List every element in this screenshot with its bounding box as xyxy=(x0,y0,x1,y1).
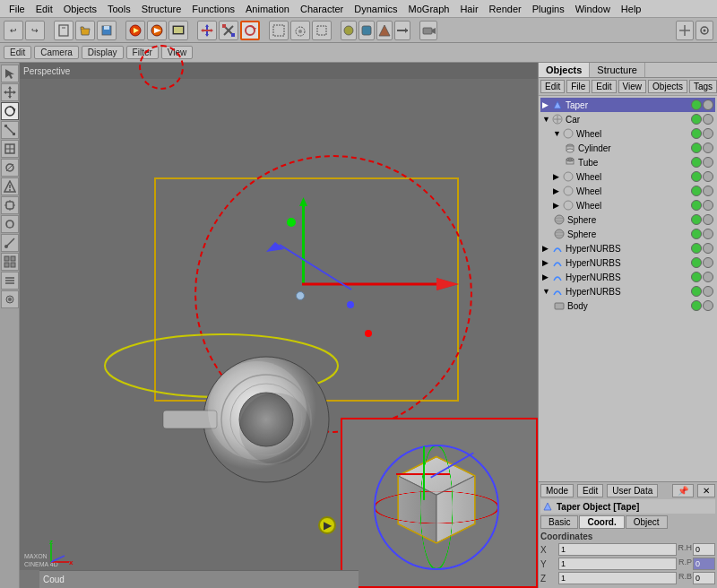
new-button[interactable] xyxy=(54,21,73,40)
menu-dynamics[interactable]: Dynamics xyxy=(349,4,402,14)
attr-input-x[interactable] xyxy=(558,543,677,556)
left-tool-rotate[interactable] xyxy=(1,102,19,120)
left-tool-10[interactable] xyxy=(1,234,19,252)
tree-item-hn2[interactable]: ▶ HyperNURBS xyxy=(540,255,715,270)
obj-view-btn[interactable]: File xyxy=(566,80,590,93)
box-select-button[interactable] xyxy=(312,21,332,40)
tree-render-w4[interactable] xyxy=(703,200,713,211)
obj-file-btn[interactable]: Edit xyxy=(540,80,565,93)
tree-render-body[interactable] xyxy=(703,300,713,311)
scale-tool-button[interactable] xyxy=(219,21,238,40)
menu-help[interactable]: Help xyxy=(616,4,647,14)
select-all-button[interactable] xyxy=(269,21,289,40)
tree-render-cyl[interactable] xyxy=(703,143,713,153)
attr-userdata-btn[interactable]: User Data xyxy=(607,484,658,497)
object-tree[interactable]: ▶ Taper ▼ Car xyxy=(539,96,717,481)
tool-btn-2[interactable] xyxy=(358,21,375,40)
tool-btn-4[interactable] xyxy=(394,21,410,40)
tree-render-s1[interactable] xyxy=(703,214,713,225)
menu-window[interactable]: Window xyxy=(570,4,616,14)
tree-vis-car[interactable] xyxy=(691,114,702,125)
attr-input-rp[interactable] xyxy=(693,558,715,570)
attr-close-btn[interactable]: ✕ xyxy=(697,484,715,497)
menu-render[interactable]: Render xyxy=(484,4,527,14)
tree-vis-hn2[interactable] xyxy=(691,257,702,268)
tree-vis-tube[interactable] xyxy=(691,157,702,168)
tree-render-tube[interactable] xyxy=(703,157,713,168)
attr-pin-btn[interactable]: 📌 xyxy=(672,484,694,497)
menu-objects[interactable]: Objects xyxy=(58,4,102,14)
undo-button[interactable]: ↩ xyxy=(4,21,23,40)
attr-tab-coord[interactable]: Coord. xyxy=(579,515,624,529)
vp-camera-button[interactable]: Camera xyxy=(34,46,79,59)
attr-tab-object[interactable]: Object xyxy=(626,515,668,529)
attr-input-y[interactable] xyxy=(558,558,677,570)
tree-item-sphere2[interactable]: Sphere xyxy=(540,227,715,241)
attr-input-rh[interactable] xyxy=(693,543,715,556)
tab-structure[interactable]: Structure xyxy=(590,63,645,77)
tree-vis-hn3[interactable] xyxy=(691,272,702,282)
rotate-tool-button[interactable] xyxy=(240,21,260,40)
tree-item-taper[interactable]: ▶ Taper xyxy=(540,98,715,112)
vp-display-button[interactable]: Display xyxy=(82,46,124,59)
menu-edit[interactable]: Edit xyxy=(30,4,58,14)
tree-item-hn1[interactable]: ▶ HyperNURBS xyxy=(540,241,715,255)
vp-filter-button[interactable]: Filter xyxy=(126,46,159,59)
tree-render-w1[interactable] xyxy=(703,128,713,139)
left-tool-13[interactable] xyxy=(1,290,19,308)
render-button[interactable] xyxy=(147,21,167,40)
attr-input-rb[interactable] xyxy=(693,572,715,584)
attr-edit-btn[interactable]: Edit xyxy=(577,484,603,497)
tree-item-wheel3[interactable]: ▶ Wheel xyxy=(540,184,715,198)
left-tool-12[interactable] xyxy=(1,272,19,290)
tree-render-w2[interactable] xyxy=(703,171,713,182)
menu-functions[interactable]: Functions xyxy=(186,4,240,14)
menu-mograph[interactable]: MoGraph xyxy=(403,4,455,14)
left-tool-6[interactable] xyxy=(1,159,19,177)
vp-edit-button[interactable]: Edit xyxy=(4,46,31,59)
tree-render-w3[interactable] xyxy=(703,186,713,196)
obj-objects-btn[interactable]: Objects xyxy=(648,80,687,93)
camera-btn[interactable] xyxy=(419,21,437,40)
preview-viewport[interactable] xyxy=(341,418,538,588)
render-view-button[interactable] xyxy=(125,21,145,40)
tree-render-hn2[interactable] xyxy=(703,257,713,268)
redo-button[interactable]: ↪ xyxy=(25,21,45,40)
tree-vis-body[interactable] xyxy=(691,300,702,311)
vp-view-button[interactable]: View xyxy=(161,46,194,59)
tree-item-tube[interactable]: Tube xyxy=(540,155,715,169)
tree-item-cylinder[interactable]: Cylinder xyxy=(540,141,715,155)
tree-vis-s1[interactable] xyxy=(691,214,702,225)
left-tool-8[interactable] xyxy=(1,196,19,214)
menu-file[interactable]: File xyxy=(4,4,30,14)
menu-structure[interactable]: Structure xyxy=(136,4,187,14)
tool-btn-1[interactable] xyxy=(341,21,357,40)
tree-render-taper[interactable] xyxy=(703,99,713,110)
tree-item-hn3[interactable]: ▶ HyperNURBS xyxy=(540,270,715,284)
tree-render-hn4[interactable] xyxy=(703,286,713,297)
obj-edit-btn[interactable]: Edit xyxy=(592,80,616,93)
tree-vis-w1[interactable] xyxy=(691,128,702,139)
tab-objects[interactable]: Objects xyxy=(539,63,590,77)
tree-item-wheel1[interactable]: ▼ Wheel xyxy=(540,126,715,141)
left-tool-select[interactable] xyxy=(1,65,19,82)
left-tool-9[interactable] xyxy=(1,215,19,233)
tree-item-body[interactable]: Body xyxy=(540,298,715,313)
tree-vis-hn1[interactable] xyxy=(691,243,702,254)
viewport-3d[interactable]: MAXON CINEMA 4D x z ▶ xyxy=(20,79,538,588)
tree-render-hn1[interactable] xyxy=(703,243,713,254)
left-tool-move[interactable] xyxy=(1,83,19,101)
live-select-button[interactable] xyxy=(290,21,310,40)
menu-hair[interactable]: Hair xyxy=(454,4,483,14)
tree-item-sphere1[interactable]: Sphere xyxy=(540,212,715,227)
tree-vis-w3[interactable] xyxy=(691,186,702,196)
tree-item-car[interactable]: ▼ Car xyxy=(540,112,715,126)
tree-vis-cyl[interactable] xyxy=(691,143,702,153)
tree-item-hn4[interactable]: ▼ HyperNURBS xyxy=(540,284,715,298)
menu-animation[interactable]: Animation xyxy=(240,4,295,14)
attr-input-z[interactable] xyxy=(558,572,677,584)
left-tool-scale[interactable] xyxy=(1,121,19,139)
viewport[interactable]: Perspective xyxy=(20,63,538,588)
move-tool-button[interactable] xyxy=(197,21,217,40)
tree-render-hn3[interactable] xyxy=(703,272,713,282)
